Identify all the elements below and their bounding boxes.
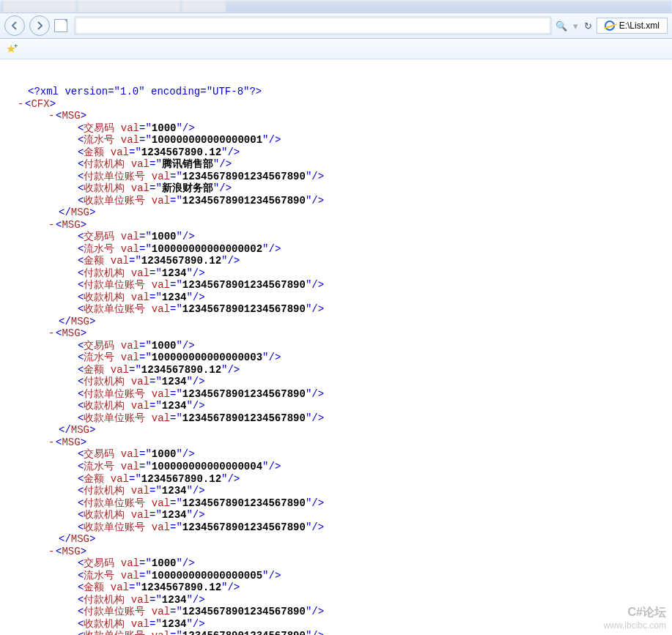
xml-node-msg-open[interactable]: - <MSG>: [18, 437, 665, 449]
window-tab-strip: [0, 0, 672, 12]
forward-button[interactable]: [29, 15, 50, 36]
xml-node-field: <金额 val="1234567890.12"/>: [18, 473, 665, 486]
arrow-left-icon: [10, 21, 19, 30]
xml-node-field: <付款机构 val="1234"/>: [18, 376, 665, 388]
xml-node-field: <交易码 val="1000"/>: [18, 557, 665, 570]
xml-node-field: <收款机构 val="1234"/>: [18, 618, 665, 631]
xml-node-field: <收款机构 val="1234"/>: [18, 291, 665, 304]
arrow-right-icon: [35, 21, 44, 30]
os-tab: [182, 0, 226, 12]
xml-node-field: <交易码 val="1000"/>: [18, 122, 665, 135]
xml-node-field: <交易码 val="1000"/>: [18, 340, 665, 352]
xml-node-field: <流水号 val="100000000000000002"/>: [18, 243, 665, 256]
favorites-bar: ★: [0, 39, 672, 59]
xml-node-field: <流水号 val="100000000000000003"/>: [18, 352, 665, 364]
page-icon: [54, 19, 67, 32]
xml-node-field: <付款单位账号 val="12345678901234567890"/>: [18, 171, 665, 183]
xml-node-msg-open[interactable]: - <MSG>: [18, 110, 665, 122]
xml-node-msg-close: </MSG>: [18, 533, 665, 546]
xml-node-field: <交易码 val="1000"/>: [18, 448, 665, 461]
ie-logo-icon: [605, 21, 615, 31]
xml-node-field: <付款单位账号 val="12345678901234567890"/>: [18, 279, 665, 291]
xml-node-msg-close: </MSG>: [18, 316, 665, 328]
xml-node-msg-close: </MSG>: [18, 207, 665, 219]
xml-node-field: <流水号 val="100000000000000005"/>: [18, 570, 665, 582]
refresh-button[interactable]: ↻: [584, 21, 592, 31]
xml-node-field: <收款单位账号 val="12345678901234567890"/>: [18, 412, 665, 425]
xml-node-field: <收款单位账号 val="12345678901234567890"/>: [18, 195, 665, 207]
xml-node-field: <收款单位账号 val="12345678901234567890"/>: [18, 630, 665, 635]
xml-node-field: <付款单位账号 val="12345678901234567890"/>: [18, 388, 665, 401]
back-button[interactable]: [4, 15, 25, 36]
ie-nav-bar: 🔍 ▾ ↻ E:\List.xml: [0, 12, 672, 39]
os-tab: [3, 0, 76, 12]
xml-node-field: <收款机构 val="1234"/>: [18, 509, 665, 521]
xml-node-field: <付款机构 val="1234"/>: [18, 267, 665, 280]
os-tab: [78, 0, 180, 12]
xml-node-msg-open[interactable]: - <MSG>: [18, 327, 665, 340]
xml-node-field: <收款单位账号 val="12345678901234567890"/>: [18, 303, 665, 316]
xml-node-field: <金额 val="1234567890.12"/>: [18, 364, 665, 376]
xml-node-field: <收款机构 val="1234"/>: [18, 400, 665, 412]
xml-node-field: <收款单位账号 val="12345678901234567890"/>: [18, 521, 665, 534]
xml-node-field: <付款机构 val="1234"/>: [18, 594, 665, 606]
xml-tree-view: <?xml version="1.0" encoding="UTF-8"?>- …: [0, 59, 672, 635]
xml-node-field: <金额 val="1234567890.12"/>: [18, 146, 665, 159]
xml-node-field: <付款单位账号 val="12345678901234567890"/>: [18, 606, 665, 618]
add-favorite-icon[interactable]: ★: [6, 42, 20, 56]
search-icon[interactable]: 🔍: [555, 21, 567, 31]
xml-node-field: <交易码 val="1000"/>: [18, 231, 665, 243]
xml-node-msg-open[interactable]: - <MSG>: [18, 546, 665, 558]
xml-node-field: <付款机构 val="腾讯销售部"/>: [18, 158, 665, 171]
address-bar[interactable]: [75, 17, 551, 34]
tab-title: E:\List.xml: [619, 21, 660, 31]
xml-node-msg-open[interactable]: - <MSG>: [18, 219, 665, 231]
xml-node-field: <流水号 val="100000000000000004"/>: [18, 461, 665, 473]
xml-node-field: <付款单位账号 val="12345678901234567890"/>: [18, 497, 665, 510]
xml-node-field: <收款机构 val="新浪财务部"/>: [18, 182, 665, 195]
xml-node-field: <金额 val="1234567890.12"/>: [18, 255, 665, 267]
xml-node-field: <金额 val="1234567890.12"/>: [18, 582, 665, 594]
browser-tab[interactable]: E:\List.xml: [597, 18, 668, 34]
xml-node-msg-close: </MSG>: [18, 424, 665, 437]
xml-node-field: <付款机构 val="1234"/>: [18, 485, 665, 497]
xml-node-field: <流水号 val="100000000000000001"/>: [18, 134, 665, 146]
